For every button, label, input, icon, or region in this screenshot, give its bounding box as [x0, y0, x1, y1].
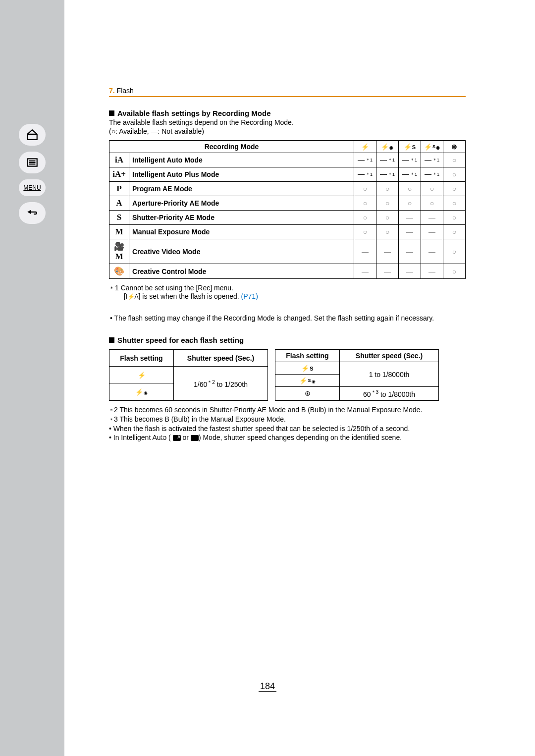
th-shutter-speed-r: Shutter speed (Sec.) — [340, 350, 439, 362]
shutter-table-left: Flash setting Shutter speed (Sec.) 1/60＊… — [109, 349, 268, 401]
table-row: 🎥MCreative Video Mode――――○ — [109, 239, 466, 264]
availability-dash: ― — [421, 211, 443, 225]
col-flash-on-icon — [354, 141, 376, 153]
col-flash-slow-redeye-icon: S — [421, 141, 443, 153]
cell-flash-off-icon — [275, 387, 340, 401]
table-row: MManual Exposure Mode○○――○ — [109, 225, 466, 239]
flash-auto-icon: i⚡A — [126, 293, 139, 300]
description-line: The available flash settings depend on t… — [109, 118, 466, 126]
availability-asterisk: ＊1 — [376, 153, 398, 167]
section-title: Flash — [117, 87, 134, 95]
ia-plus-icon — [191, 435, 199, 441]
mode-name: Creative Control Mode — [129, 264, 354, 279]
footnote-2: 2 This becomes 60 seconds in Shutter-Pri… — [109, 406, 466, 414]
availability-asterisk: ＊1 — [421, 167, 443, 182]
mode-icon: iA+ — [109, 167, 129, 182]
availability-circle: ○ — [354, 225, 376, 239]
mode-name: Creative Video Mode — [129, 239, 354, 264]
footnote-1: 1 Cannot be set using the [Rec] menu. — [109, 284, 233, 292]
availability-dash: ― — [376, 264, 398, 279]
page-number: 184 — [0, 681, 535, 692]
cell-speed-right-2: 60＊3 to 1/8000th — [340, 387, 439, 401]
availability-circle: ○ — [354, 196, 376, 211]
footnote-group-2: 2 This becomes 60 seconds in Shutter-Pri… — [109, 406, 466, 441]
table-row: AAperture-Priority AE Mode○○○○○ — [109, 196, 466, 211]
mode-name: Aperture-Priority AE Mode — [129, 196, 354, 211]
availability-circle: ○ — [398, 182, 421, 196]
availability-asterisk: ＊1 — [421, 153, 443, 167]
availability-dash: ― — [421, 239, 443, 264]
back-arrow-icon — [26, 207, 39, 219]
mode-icon: M — [109, 225, 129, 239]
availability-circle: ○ — [421, 182, 443, 196]
cell-flash-slow-icon — [275, 362, 340, 375]
availability-circle: ○ — [443, 239, 466, 264]
mode-name: Shutter-Priority AE Mode — [129, 211, 354, 225]
note-mode-change: The flash setting may change if the Reco… — [109, 314, 466, 322]
cell-flash-redeye-icon — [109, 383, 174, 400]
availability-circle: ○ — [354, 211, 376, 225]
table-row: iAIntelligent Auto Mode＊1＊1＊1＊1○ — [109, 153, 466, 167]
availability-asterisk: ＊1 — [354, 167, 376, 182]
section-number: 7. — [109, 87, 115, 95]
cell-speed-right-1: 1 to 1/8000th — [340, 362, 439, 387]
availability-dash: ― — [354, 239, 376, 264]
availability-circle: ○ — [398, 196, 421, 211]
mode-icon: S — [109, 211, 129, 225]
list-icon — [26, 156, 39, 169]
mode-icon: 🎥M — [109, 239, 129, 264]
availability-asterisk: ＊1 — [376, 167, 398, 182]
availability-circle: ○ — [443, 167, 466, 182]
footnote-group-1: 1 Cannot be set using the [Rec] menu. [i… — [109, 284, 466, 300]
nav-menu-button[interactable]: MENU — [19, 179, 46, 196]
shutter-tables: Flash setting Shutter speed (Sec.) 1/60＊… — [109, 349, 466, 401]
note-fastest-shutter: When the flash is activated the fastest … — [109, 425, 466, 432]
section-header: 7. Flash — [109, 87, 466, 97]
th-shutter-speed: Shutter speed (Sec.) — [174, 350, 268, 367]
col-flash-slow-icon — [398, 141, 421, 153]
col-flash-redeye-icon — [376, 141, 398, 153]
availability-circle: ○ — [443, 211, 466, 225]
nav-toc-button[interactable] — [19, 152, 46, 173]
th-flash-setting-r: Flash setting — [275, 350, 340, 362]
note-intelligent-auto: In Intelligent Auto ( or ) Mode, shutter… — [109, 433, 466, 441]
nav-back-button[interactable] — [19, 202, 46, 224]
sidebar: MENU — [0, 0, 64, 756]
availability-circle: ○ — [421, 196, 443, 211]
mode-icon: iA — [109, 153, 129, 167]
availability-circle: ○ — [443, 182, 466, 196]
table-row: PProgram AE Mode○○○○○ — [109, 182, 466, 196]
nav-home-button[interactable] — [19, 124, 46, 146]
page-content: 7. Flash Available flash settings by Rec… — [109, 87, 466, 441]
availability-circle: ○ — [376, 225, 398, 239]
availability-asterisk: ＊1 — [398, 153, 421, 167]
availability-asterisk: ＊1 — [354, 153, 376, 167]
subheading-available-settings: Available flash settings by Recording Mo… — [109, 109, 466, 117]
table-row: 🎨Creative Control Mode――――○ — [109, 264, 466, 279]
availability-circle: ○ — [376, 182, 398, 196]
availability-circle: ○ — [376, 196, 398, 211]
availability-dash: ― — [421, 225, 443, 239]
availability-dash: ― — [376, 239, 398, 264]
availability-dash: ― — [398, 264, 421, 279]
mode-icon: A — [109, 196, 129, 211]
cell-flash-slow-redeye-icon: S — [275, 375, 340, 387]
page-link-p71[interactable]: (P71) — [241, 292, 258, 300]
mode-name: Intelligent Auto Mode — [129, 153, 354, 167]
home-icon — [26, 128, 39, 141]
col-flash-off-icon — [443, 141, 466, 153]
availability-dash: ― — [398, 225, 421, 239]
th-flash-setting: Flash setting — [109, 350, 174, 367]
availability-dash: ― — [398, 211, 421, 225]
cell-flash-on-icon — [109, 367, 174, 383]
availability-circle: ○ — [354, 182, 376, 196]
mode-name: Program AE Mode — [129, 182, 354, 196]
recording-mode-table: Recording Mode S iAIntelligent Auto Mode… — [109, 140, 466, 279]
availability-circle: ○ — [443, 225, 466, 239]
availability-dash: ― — [398, 239, 421, 264]
mode-icon: 🎨 — [109, 264, 129, 279]
availability-dash: ― — [421, 264, 443, 279]
availability-circle: ○ — [376, 211, 398, 225]
footnote-3: 3 This becomes B (Bulb) in the Manual Ex… — [109, 415, 466, 424]
availability-asterisk: ＊1 — [398, 167, 421, 182]
